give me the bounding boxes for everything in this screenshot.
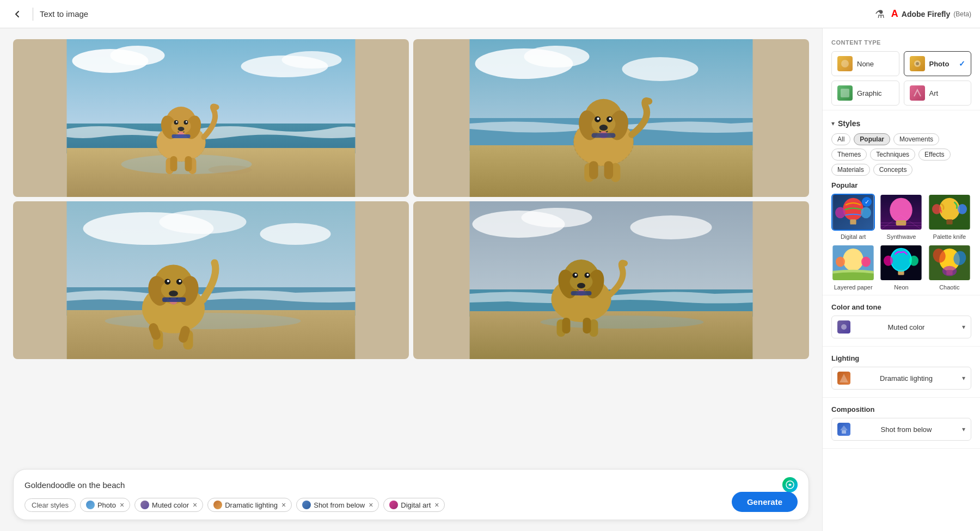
header-divider: [33, 8, 33, 21]
image-cell-2: [413, 39, 809, 197]
style-digital-art-label: Digital art: [841, 233, 866, 240]
svg-rect-92: [562, 318, 571, 334]
style-synthwave-thumb: [879, 194, 923, 231]
content-type-graphic-label: Graphic: [857, 89, 882, 97]
image-cell-4: [413, 201, 809, 359]
svg-rect-24: [172, 134, 191, 138]
style-neon[interactable]: Neon: [879, 244, 923, 291]
content-type-photo[interactable]: Photo ✓: [904, 51, 972, 76]
color-tone-selector[interactable]: Muted color ▾: [831, 316, 971, 338]
filter-techniques[interactable]: Techniques: [870, 149, 915, 160]
color-tone-value: Muted color: [855, 323, 958, 331]
filter-all[interactable]: All: [831, 133, 850, 145]
prompt-top: [24, 477, 798, 492]
content-type-art-icon: [910, 85, 925, 101]
style-chaotic[interactable]: Chaotic: [928, 244, 971, 291]
style-palette-knife-thumb: [928, 194, 971, 231]
styles-section: ▾ Styles All Popular Movements Themes Te…: [823, 110, 980, 295]
content-type-graphic-icon: [837, 85, 853, 101]
content-area: Clear styles Photo × Muted color × Drama…: [0, 28, 822, 531]
svg-rect-47: [604, 161, 614, 179]
composition-selector[interactable]: Shot from below ▾: [831, 418, 971, 441]
adobe-logo: A Adobe Firefly (Beta): [891, 8, 971, 20]
svg-point-4: [282, 51, 342, 69]
composition-arrow: ▾: [962, 425, 965, 433]
prompt-input[interactable]: [24, 480, 782, 490]
tag-muted-color-remove[interactable]: ×: [192, 501, 197, 509]
tag-digital-art-icon: [389, 501, 398, 509]
tag-photo-icon: [86, 501, 95, 509]
image-cell-1: [13, 39, 409, 197]
content-type-art[interactable]: Art: [904, 81, 972, 106]
svg-point-64: [167, 280, 169, 282]
svg-point-75: [630, 215, 712, 239]
back-button[interactable]: [9, 5, 26, 23]
tag-shot-from-below-label: Shot from below: [314, 501, 365, 509]
styles-header[interactable]: ▾ Styles: [831, 119, 971, 128]
tag-shot-from-below-icon: [302, 501, 311, 509]
clear-styles-button[interactable]: Clear styles: [24, 498, 76, 512]
prompt-bar: Clear styles Photo × Muted color × Drama…: [13, 469, 809, 520]
filter-concepts[interactable]: Concepts: [873, 164, 913, 176]
tag-muted-color: Muted color ×: [134, 498, 203, 512]
svg-point-17: [176, 121, 177, 123]
svg-point-127: [861, 257, 871, 267]
svg-point-28: [524, 46, 590, 67]
svg-point-41: [597, 118, 599, 120]
svg-point-14: [178, 127, 185, 131]
svg-point-109: [835, 207, 846, 219]
style-chaotic-thumb: [928, 244, 971, 281]
lighting-arrow: ▾: [962, 374, 965, 382]
lighting-selector[interactable]: Dramatic lighting ▾: [831, 367, 971, 390]
color-tone-arrow: ▾: [962, 323, 965, 331]
adobe-firefly-label: Adobe Firefly: [902, 10, 950, 18]
content-type-none-label: None: [857, 60, 874, 68]
filter-popular[interactable]: Popular: [854, 133, 890, 145]
svg-point-65: [179, 280, 181, 282]
filter-materials[interactable]: Materials: [831, 164, 870, 176]
tag-shot-from-below: Shot from below ×: [296, 498, 379, 512]
styles-title: Styles: [838, 119, 860, 128]
tag-photo-remove[interactable]: ×: [119, 501, 124, 509]
tag-digital-art-remove[interactable]: ×: [433, 501, 439, 509]
filter-effects[interactable]: Effects: [918, 149, 950, 160]
svg-point-122: [958, 204, 967, 214]
tag-shot-from-below-remove[interactable]: ×: [367, 501, 373, 509]
header-right: ⚗ A Adobe Firefly (Beta): [875, 8, 971, 21]
svg-point-74: [522, 208, 592, 227]
tag-dramatic-lighting-remove[interactable]: ×: [280, 501, 286, 509]
style-grid: ✓ Digital art: [831, 194, 971, 291]
filter-themes[interactable]: Themes: [831, 149, 867, 160]
style-layered-paper[interactable]: Layered paper: [831, 244, 875, 291]
tag-digital-art: Digital art ×: [383, 498, 445, 512]
style-synthwave[interactable]: Synthwave: [879, 194, 923, 240]
content-type-photo-label: Photo: [929, 60, 950, 68]
lighting-icon: [837, 372, 850, 385]
svg-rect-120: [946, 219, 952, 224]
svg-point-97: [841, 60, 849, 67]
svg-point-61: [169, 291, 178, 297]
svg-point-2: [111, 46, 165, 65]
svg-rect-46: [589, 161, 598, 179]
generate-button[interactable]: Generate: [732, 492, 798, 512]
tag-digital-art-label: Digital art: [401, 501, 431, 509]
image-cell-3: [13, 201, 409, 359]
adobe-icon: A: [891, 8, 898, 20]
lighting-label: Lighting: [831, 354, 971, 362]
content-type-none[interactable]: None: [831, 51, 899, 76]
svg-rect-71: [162, 298, 186, 302]
svg-rect-93: [583, 318, 591, 334]
content-type-photo-icon: [910, 56, 925, 71]
style-palette-knife[interactable]: Palette knife: [928, 194, 971, 240]
popular-label: Popular: [831, 181, 971, 189]
svg-rect-48: [592, 133, 616, 138]
content-type-graphic[interactable]: Graphic: [831, 81, 899, 106]
content-type-art-label: Art: [929, 89, 939, 97]
svg-point-42: [609, 118, 611, 120]
svg-point-84: [577, 283, 585, 288]
prompt-bottom-row: Clear styles Photo × Muted color × Drama…: [24, 498, 798, 512]
lighting-value: Dramatic lighting: [855, 374, 958, 382]
filter-movements[interactable]: Movements: [893, 133, 939, 145]
svg-rect-23: [185, 156, 192, 171]
style-digital-art[interactable]: ✓ Digital art: [831, 194, 875, 240]
